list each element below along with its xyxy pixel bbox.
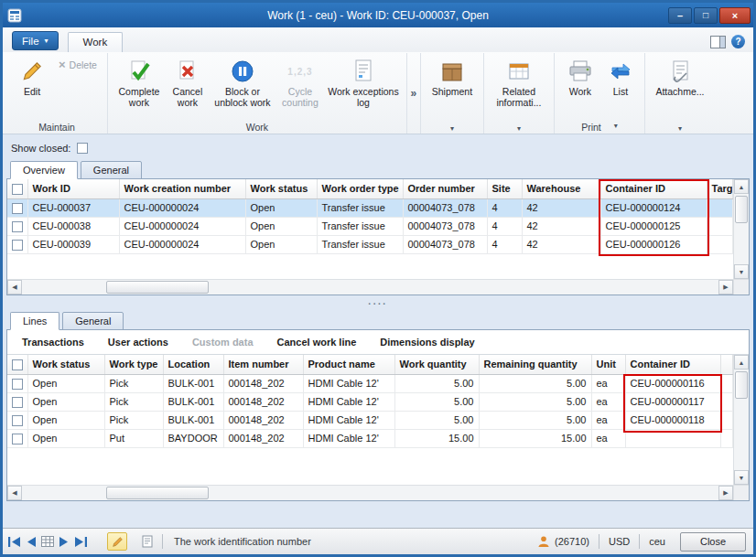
horizontal-splitter[interactable]: ···· xyxy=(3,295,753,312)
row-checkbox[interactable] xyxy=(12,397,23,408)
work-exceptions-log-button[interactable]: Work exceptions log xyxy=(325,55,402,110)
table-row[interactable]: Open Put BAYDOOR 000148_202 HDMI Cable 1… xyxy=(7,429,733,447)
row-checkbox[interactable] xyxy=(12,221,23,232)
column-header-unit[interactable]: Unit xyxy=(591,355,625,374)
row-checkbox[interactable] xyxy=(12,203,23,214)
tab-overview[interactable]: Overview xyxy=(10,161,78,179)
company-indicator[interactable]: ceu xyxy=(649,536,665,547)
scroll-down-button[interactable]: ▼ xyxy=(734,264,749,279)
next-record-button[interactable] xyxy=(59,537,70,547)
column-header-work-quantity[interactable]: Work quantity xyxy=(394,355,479,374)
scroll-down-button[interactable]: ▼ xyxy=(734,470,749,485)
column-header-warehouse[interactable]: Warehouse xyxy=(522,179,600,198)
scroll-right-button[interactable]: ▶ xyxy=(718,486,733,500)
vertical-scroll-thumb[interactable] xyxy=(735,196,748,223)
transactions-link[interactable]: Transactions xyxy=(22,337,84,348)
scroll-right-button[interactable]: ▶ xyxy=(718,280,733,295)
ribbon-tab-work[interactable]: Work xyxy=(68,32,124,52)
row-checkbox[interactable] xyxy=(12,240,23,251)
column-header-container-id[interactable]: Container ID xyxy=(625,355,720,374)
attachments-dropdown[interactable]: ▾ xyxy=(645,124,715,133)
cancel-work-line-link[interactable]: Cancel work line xyxy=(277,337,357,348)
related-information-dropdown[interactable]: ▾ xyxy=(484,124,554,133)
currency-indicator[interactable]: USD xyxy=(609,536,630,547)
grid-view-button[interactable] xyxy=(41,536,54,547)
column-header-work-status[interactable]: Work status xyxy=(245,179,317,198)
last-record-button[interactable] xyxy=(75,537,87,547)
user-actions-link[interactable]: User actions xyxy=(108,337,168,348)
column-header-product-name[interactable]: Product name xyxy=(303,355,394,374)
edit-mode-button[interactable] xyxy=(107,532,127,551)
table-row[interactable]: Open Pick BULK-001 000148_202 HDMI Cable… xyxy=(7,411,733,429)
row-checkbox[interactable] xyxy=(12,434,23,445)
tab-general-upper[interactable]: General xyxy=(81,161,142,179)
column-header-location[interactable]: Location xyxy=(163,355,223,374)
tab-general-lower[interactable]: General xyxy=(62,312,124,330)
column-header-work-type[interactable]: Work type xyxy=(104,355,163,374)
grid-cell: HDMI Cable 12' xyxy=(303,374,394,392)
maximize-button[interactable]: □ xyxy=(694,7,718,24)
chevron-down-icon: ▾ xyxy=(678,124,682,133)
column-header-work-order-type[interactable]: Work order type xyxy=(317,179,403,198)
dimensions-display-link[interactable]: Dimensions display xyxy=(380,337,474,348)
shipment-box-icon xyxy=(440,57,464,86)
edit-button[interactable]: Edit xyxy=(11,55,53,99)
close-button[interactable]: Close xyxy=(680,532,746,552)
column-header-site[interactable]: Site xyxy=(487,179,522,198)
pencil-icon xyxy=(20,57,44,86)
scroll-track xyxy=(22,280,718,295)
select-all-checkbox[interactable] xyxy=(12,359,23,370)
related-information-button[interactable]: Related informati... xyxy=(489,55,549,110)
column-header-container-id[interactable]: Container ID xyxy=(600,179,707,198)
column-header-remaining-quantity[interactable]: Remaining quantity xyxy=(479,355,591,374)
show-closed-checkbox[interactable] xyxy=(77,143,88,154)
document-handling-button[interactable] xyxy=(142,535,153,548)
row-checkbox[interactable] xyxy=(12,415,23,426)
cancel-work-button[interactable]: Cancel work xyxy=(166,55,210,110)
ribbon-overflow-chevron[interactable]: » xyxy=(407,53,421,134)
column-header-item-number[interactable]: Item number xyxy=(223,355,303,374)
column-header-work-status[interactable]: Work status xyxy=(27,355,104,374)
separator xyxy=(162,534,163,549)
select-all-header[interactable] xyxy=(7,179,27,198)
grid-cell: Open xyxy=(27,392,104,411)
column-header-work-creation-number[interactable]: Work creation number xyxy=(119,179,245,198)
session-id[interactable]: (26710) xyxy=(555,536,589,547)
row-checkbox[interactable] xyxy=(12,379,23,390)
scroll-up-button[interactable]: ▲ xyxy=(734,179,749,194)
table-row[interactable]: Open Pick BULK-001 000148_202 HDMI Cable… xyxy=(7,392,733,411)
shipment-button[interactable]: Shipment xyxy=(426,55,479,99)
complete-work-button[interactable]: Complete work xyxy=(113,55,166,110)
toolbar-layout-icon[interactable] xyxy=(710,36,726,48)
first-record-button[interactable] xyxy=(8,537,20,547)
window-title: Work (1 - ceu) - Work ID: CEU-000037, Op… xyxy=(3,9,753,22)
table-row[interactable]: CEU-000038 CEU-000000024 Open Transfer i… xyxy=(7,217,733,235)
tab-lines[interactable]: Lines xyxy=(10,312,59,330)
grid-cell: 42 xyxy=(522,198,600,217)
select-all-checkbox[interactable] xyxy=(12,184,23,195)
grid-cell: Transfer issue xyxy=(317,198,403,217)
block-unblock-work-button[interactable]: Block or unblock work xyxy=(210,55,275,110)
column-header-target[interactable]: Targe... xyxy=(707,179,733,198)
close-window-button[interactable]: × xyxy=(719,7,751,24)
scroll-left-button[interactable]: ◀ xyxy=(7,280,22,295)
table-row[interactable]: CEU-000039 CEU-000000024 Open Transfer i… xyxy=(7,235,733,253)
horizontal-scroll-thumb[interactable] xyxy=(106,487,209,499)
file-menu-button[interactable]: File ▾ xyxy=(12,31,59,50)
horizontal-scroll-thumb[interactable] xyxy=(106,281,209,294)
column-header-order-number[interactable]: Order number xyxy=(403,179,487,198)
print-work-button[interactable]: Work xyxy=(559,55,601,99)
minimize-button[interactable]: – xyxy=(668,7,692,24)
table-row[interactable]: CEU-000037 CEU-000000024 Open Transfer i… xyxy=(7,198,733,217)
select-all-header[interactable] xyxy=(7,355,27,374)
table-row[interactable]: Open Pick BULK-001 000148_202 HDMI Cable… xyxy=(7,374,733,392)
shipment-dropdown[interactable]: ▾ xyxy=(421,124,483,133)
scroll-up-button[interactable]: ▲ xyxy=(734,355,749,370)
list-button[interactable]: List xyxy=(601,55,640,99)
scroll-left-button[interactable]: ◀ xyxy=(7,486,22,500)
column-header-work-id[interactable]: Work ID xyxy=(27,179,119,198)
previous-record-button[interactable] xyxy=(26,537,36,547)
attachments-button[interactable]: Attachme... xyxy=(650,55,710,99)
vertical-scroll-thumb[interactable] xyxy=(735,371,748,399)
help-icon[interactable]: ? xyxy=(731,35,745,48)
